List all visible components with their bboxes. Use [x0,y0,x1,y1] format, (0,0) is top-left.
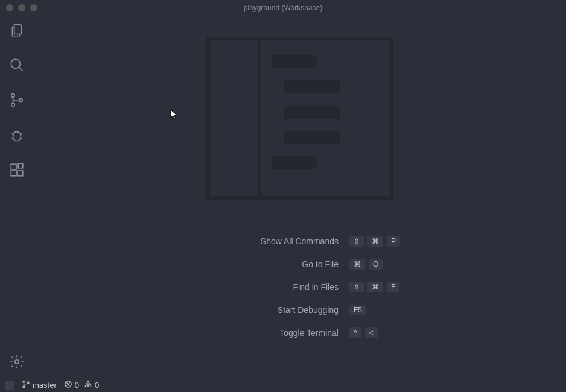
key: ⌘ [367,282,383,292]
shortcut-keys: ⌘ O [349,259,383,270]
shortcut-start-debugging: Start Debugging F5 [200,305,400,315]
shortcut-keys: ⇧ ⌘ P [349,236,400,247]
source-control-icon[interactable] [8,92,25,109]
shortcut-toggle-terminal: Toggle Terminal ^ < [200,327,400,338]
minimize-window-icon[interactable] [18,4,25,11]
activity-bar [0,16,34,378]
svg-point-16 [15,360,19,364]
key: ⇧ [349,282,364,292]
titlebar: playground (Workspace) [0,0,566,16]
shortcut-label: Toggle Terminal [200,328,339,338]
svg-point-18 [23,386,25,388]
shortcut-label: Start Debugging [200,305,339,315]
status-problems[interactable]: 0 0 [64,380,99,390]
error-icon [64,380,72,390]
shortcut-list: Show All Commands ⇧ ⌘ P Go to File ⌘ O F… [200,236,400,338]
window-title: playground (Workspace) [244,4,323,12]
svg-line-8 [11,138,13,139]
svg-rect-13 [11,171,16,176]
error-count: 0 [75,381,79,390]
close-window-icon[interactable] [6,4,13,11]
warning-count: 0 [95,381,99,390]
shortcut-go-to-file: Go to File ⌘ O [200,259,400,270]
shortcut-label: Show All Commands [200,236,339,246]
branch-name: master [33,381,57,390]
window-controls [6,4,37,11]
status-box[interactable] [5,381,14,390]
key: < [365,327,378,338]
git-branch-icon [22,380,30,390]
gear-icon[interactable] [8,353,25,370]
shortcut-keys: ^ < [349,327,378,338]
search-icon[interactable] [8,57,25,74]
shortcut-keys: ⇧ ⌘ F [349,282,399,292]
svg-point-3 [11,103,14,106]
svg-point-24 [88,385,89,386]
svg-line-9 [20,138,22,139]
shortcut-keys: F5 [349,305,366,315]
key: ⌘ [367,236,383,247]
svg-line-1 [19,67,23,71]
warning-icon [84,380,92,390]
editor-welcome: Show All Commands ⇧ ⌘ P Go to File ⌘ O F… [34,16,566,378]
svg-line-11 [18,131,19,133]
status-bar: master 0 0 [0,378,566,392]
key: ⇧ [349,236,364,247]
status-branch[interactable]: master [22,380,57,390]
key: F5 [349,305,366,315]
svg-point-2 [11,94,14,97]
svg-rect-12 [11,164,16,169]
extensions-icon[interactable] [8,162,25,179]
key: O [369,259,383,270]
shortcut-show-all-commands: Show All Commands ⇧ ⌘ P [200,236,400,247]
key: F [387,282,399,292]
svg-rect-15 [18,163,23,168]
editor-watermark-icon [206,37,393,200]
svg-point-0 [11,59,20,68]
key: P [387,236,400,247]
shortcut-label: Go to File [200,259,339,269]
svg-rect-14 [17,171,23,176]
svg-point-4 [19,98,22,101]
shortcut-label: Find in Files [200,282,339,292]
debug-icon[interactable] [8,127,25,144]
shortcut-find-in-files: Find in Files ⇧ ⌘ F [200,282,400,292]
key: ^ [349,327,361,338]
key: ⌘ [349,259,365,270]
maximize-window-icon[interactable] [30,4,37,11]
svg-point-5 [13,132,21,141]
svg-line-10 [15,131,16,133]
svg-point-17 [23,381,25,382]
explorer-icon[interactable] [8,22,25,39]
